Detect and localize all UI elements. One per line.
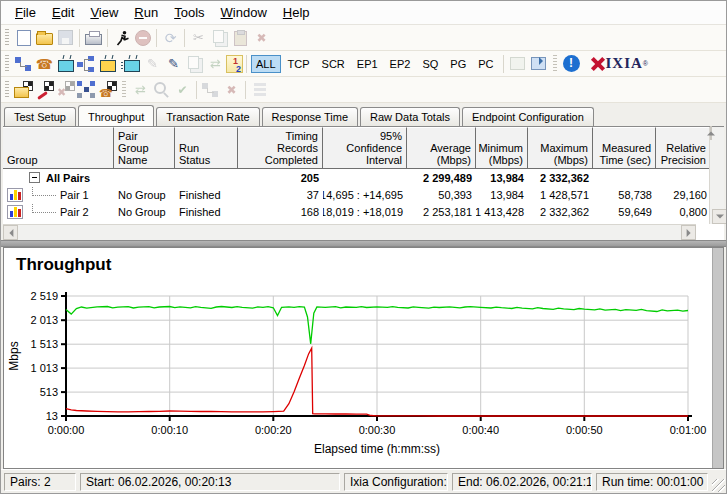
toolbar-grip[interactable] bbox=[5, 29, 9, 47]
toolbar-separator bbox=[184, 29, 185, 47]
tab-test-setup[interactable]: Test Setup bbox=[4, 107, 76, 126]
column-header-5[interactable]: Average (Mbps) bbox=[407, 127, 476, 168]
renumber-pairs-icon[interactable] bbox=[226, 55, 243, 73]
chart-right-strip bbox=[712, 248, 723, 468]
flag-tool-icon[interactable] bbox=[34, 80, 55, 100]
group-list-icon[interactable] bbox=[249, 80, 270, 100]
menu-run[interactable]: Run bbox=[126, 3, 166, 22]
toolbar-grip[interactable] bbox=[5, 81, 9, 99]
unlink-pairs-icon[interactable] bbox=[221, 80, 242, 100]
resize-grip[interactable] bbox=[712, 479, 725, 492]
filter-button-pg[interactable]: PG bbox=[445, 55, 471, 73]
checkered-flag-folder-icon[interactable] bbox=[13, 80, 34, 100]
info-icon[interactable] bbox=[563, 55, 580, 72]
tab-response-time[interactable]: Response Time bbox=[262, 107, 358, 126]
svg-text:513: 513 bbox=[40, 386, 58, 398]
expander-icon[interactable] bbox=[29, 172, 40, 183]
column-header-6[interactable]: Minimum (Mbps) bbox=[476, 127, 528, 168]
row-pair-2[interactable]: Pair 2No GroupFinished168-18,019 : +18,0… bbox=[3, 203, 711, 220]
export-window-icon[interactable] bbox=[528, 54, 549, 74]
menu-tools[interactable]: Tools bbox=[166, 3, 212, 22]
toolbar-separator bbox=[553, 55, 557, 73]
menu-file[interactable]: File bbox=[7, 3, 44, 22]
filter-button-scr[interactable]: SCR bbox=[317, 55, 350, 73]
vertical-scrollbar[interactable] bbox=[709, 127, 724, 224]
column-header-7[interactable]: Maximum (Mbps) bbox=[528, 127, 593, 168]
cell-pair_group bbox=[114, 169, 175, 186]
column-header-1[interactable]: Pair Group Name bbox=[114, 127, 175, 168]
link-pairs-icon[interactable] bbox=[200, 80, 221, 100]
tab-strip: Test SetupThroughputTransaction RateResp… bbox=[1, 103, 726, 126]
menu-bar: FileEditViewRunToolsWindowHelp bbox=[1, 1, 726, 25]
column-header-0[interactable]: Group bbox=[3, 127, 114, 168]
toolbar-grip[interactable] bbox=[5, 55, 9, 73]
reload-icon[interactable] bbox=[160, 28, 181, 48]
filter-button-ep2[interactable]: EP2 bbox=[385, 55, 416, 73]
copy-icon[interactable] bbox=[209, 28, 230, 48]
add-streaming-pair-icon[interactable] bbox=[121, 54, 142, 74]
cell-status: Finished bbox=[175, 186, 238, 203]
edit-wizard-icon[interactable] bbox=[163, 54, 184, 74]
add-video-multicast-icon[interactable] bbox=[97, 54, 118, 74]
filter-button-pc[interactable]: PC bbox=[473, 55, 498, 73]
scroll-left-button[interactable] bbox=[3, 225, 18, 240]
svg-text:0:00:30: 0:00:30 bbox=[359, 424, 396, 436]
scroll-right-button[interactable] bbox=[681, 225, 696, 240]
add-pair-icon[interactable] bbox=[13, 54, 34, 74]
column-header-4[interactable]: 95% Confidence Interval bbox=[323, 127, 407, 168]
tab-endpoint-configuration[interactable]: Endpoint Configuration bbox=[462, 107, 594, 126]
menu-edit[interactable]: Edit bbox=[44, 3, 82, 22]
filter-button-tcp[interactable]: TCP bbox=[283, 55, 315, 73]
swap-endpoints-icon[interactable] bbox=[205, 54, 226, 74]
scroll-down-button[interactable] bbox=[712, 209, 727, 224]
toolbar-separator bbox=[246, 55, 247, 73]
cut-icon[interactable] bbox=[188, 28, 209, 48]
toolbar-separator bbox=[156, 29, 157, 47]
menu-help[interactable]: Help bbox=[275, 3, 318, 22]
horizontal-scrollbar[interactable] bbox=[3, 224, 696, 240]
abort-test-icon[interactable] bbox=[55, 80, 76, 100]
compare-results-icon[interactable] bbox=[130, 80, 151, 100]
cell-time: 59,649 bbox=[593, 203, 656, 220]
run-test-icon[interactable] bbox=[111, 28, 132, 48]
row-all-pairs[interactable]: All Pairs2052 299,48913,9842 332,362 bbox=[3, 169, 711, 186]
status-section-3: End: 06.02.2026, 00:21:13 bbox=[452, 473, 592, 491]
column-header-2[interactable]: Run Status bbox=[175, 127, 238, 168]
tab-raw-data-totals[interactable]: Raw Data Totals bbox=[360, 107, 460, 126]
column-header-9[interactable]: Relative Precision bbox=[656, 127, 711, 168]
open-folder-icon[interactable] bbox=[34, 28, 55, 48]
delete-icon[interactable] bbox=[251, 28, 272, 48]
zoom-results-icon[interactable] bbox=[151, 80, 172, 100]
new-document-icon[interactable] bbox=[13, 28, 34, 48]
replicate-pair-icon[interactable] bbox=[184, 54, 205, 74]
cell-avg: 2 299,489 bbox=[407, 169, 476, 186]
add-multicast-group-icon[interactable] bbox=[76, 54, 97, 74]
menu-view[interactable]: View bbox=[82, 3, 126, 22]
edit-pair-icon[interactable] bbox=[142, 54, 163, 74]
paste-icon[interactable] bbox=[230, 28, 251, 48]
import-window-icon[interactable] bbox=[507, 54, 528, 74]
scroll-up-button[interactable] bbox=[710, 126, 712, 140]
stop-icon[interactable] bbox=[132, 28, 153, 48]
print-icon[interactable] bbox=[83, 28, 104, 48]
panel-splitter[interactable] bbox=[1, 240, 726, 247]
menu-window[interactable]: Window bbox=[213, 3, 275, 22]
group-label: All Pairs bbox=[46, 172, 90, 184]
svg-text:Elapsed time (h:mm:ss): Elapsed time (h:mm:ss) bbox=[314, 442, 440, 456]
add-voip-pair-icon[interactable] bbox=[34, 54, 55, 74]
checkered-phone-icon[interactable] bbox=[97, 80, 118, 100]
add-video-pair-icon[interactable] bbox=[55, 54, 76, 74]
apply-results-icon[interactable] bbox=[172, 80, 193, 100]
cell-time: 58,738 bbox=[593, 186, 656, 203]
network-pairs-icon[interactable] bbox=[76, 80, 97, 100]
row-pair-1[interactable]: Pair 1No GroupFinished37-14,695 : +14,69… bbox=[3, 186, 711, 203]
cell-min: 1 413,428 bbox=[476, 203, 528, 220]
filter-button-sq[interactable]: SQ bbox=[417, 55, 443, 73]
column-header-3[interactable]: Timing Records Completed bbox=[238, 127, 323, 168]
filter-button-all[interactable]: ALL bbox=[251, 55, 281, 73]
save-icon[interactable] bbox=[55, 28, 76, 48]
column-header-8[interactable]: Measured Time (sec) bbox=[593, 127, 656, 168]
filter-button-ep1[interactable]: EP1 bbox=[352, 55, 383, 73]
tab-throughput[interactable]: Throughput bbox=[78, 105, 154, 126]
tab-transaction-rate[interactable]: Transaction Rate bbox=[156, 107, 259, 126]
